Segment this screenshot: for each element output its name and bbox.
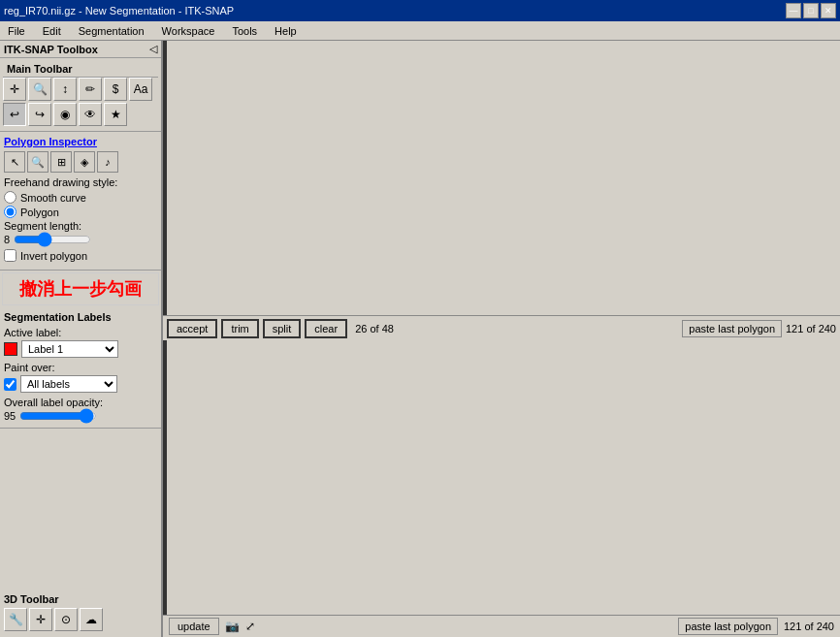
tool-label[interactable]: $	[104, 78, 127, 101]
pi-grid-btn[interactable]: ⊞	[50, 151, 72, 173]
right-controls: paste last polygon 121 of 240	[682, 320, 836, 337]
toolbar-3d-row: 🔧 ✛ ⊙ ☁	[4, 608, 157, 631]
paint-over-row: All labels	[4, 375, 157, 393]
trim-button[interactable]: trim	[221, 319, 258, 338]
tool-star[interactable]: ★	[104, 103, 127, 126]
tool-pan[interactable]: ↕	[53, 78, 77, 101]
camera-icon[interactable]: 📷	[225, 620, 240, 633]
pi-toolbar: ↖ 🔍 ⊞ ◈ ♪	[4, 151, 157, 173]
polygon-option[interactable]: Polygon	[4, 206, 157, 218]
segment-length-val: 8	[4, 234, 10, 245]
paint-over-select[interactable]: All labels	[20, 375, 117, 393]
invert-polygon-row: Invert polygon	[4, 249, 157, 262]
close-button[interactable]: ✕	[821, 3, 836, 18]
minimize-button[interactable]: —	[786, 3, 801, 18]
paint-over-checkbox[interactable]	[4, 378, 16, 391]
segment-length-slider[interactable]	[14, 235, 91, 244]
tool-eye[interactable]: 👁	[79, 103, 102, 126]
tool-3d-2[interactable]: ✛	[29, 608, 52, 631]
paint-over-text: Paint over:	[4, 362, 157, 373]
smooth-curve-option[interactable]: Smooth curve	[4, 191, 157, 204]
opacity-text: Overall label opacity:	[4, 397, 157, 408]
toolbox-title: ITK-SNAP Toolbox	[4, 44, 98, 55]
pi-cursor-btn[interactable]: ↖	[4, 151, 25, 173]
left-panel: ITK-SNAP Toolbox ◁ Main Toolbar ✛ 🔍 ↕ ✏ …	[0, 41, 163, 637]
tool-undo[interactable]: ↩	[3, 103, 26, 126]
label-color-box	[4, 342, 17, 356]
tool-crosshair[interactable]: ✛	[3, 78, 26, 101]
clear-button[interactable]: clear	[305, 319, 347, 338]
viewport-wrapper: R L 10 cm reg_IR70 ⚙	[163, 41, 840, 615]
polygon-radio[interactable]	[4, 206, 16, 218]
toolbar-row-1: ✛ 🔍 ↕ ✏ $ Aa	[3, 78, 158, 101]
viewport-bottom-right[interactable]: R S L I 10 cm reg_IR70 ⚙	[165, 340, 167, 615]
slider-container: 8	[4, 234, 157, 245]
expand-icon[interactable]: ⤢	[245, 620, 255, 633]
menu-help[interactable]: Help	[271, 24, 301, 38]
invert-polygon-label: Invert polygon	[20, 250, 87, 262]
bottom-slice-info: 121 of 240	[784, 621, 834, 632]
seg-labels-section: Segmentation Labels Active label: Label …	[0, 307, 161, 429]
tool-text[interactable]: Aa	[129, 78, 152, 101]
slice-info-left: 26 of 48	[355, 323, 394, 334]
pi-zoom-btn[interactable]: 🔍	[27, 151, 48, 173]
invert-polygon-checkbox[interactable]	[4, 249, 16, 262]
bottom-row: update 📷 ⤢ paste last polygon 121 of 240	[163, 615, 840, 637]
menu-bar: File Edit Segmentation Workspace Tools H…	[0, 21, 840, 41]
window-controls: — □ ✕	[786, 3, 836, 18]
accept-button[interactable]: accept	[167, 319, 217, 338]
tool-3d-3[interactable]: ⊙	[54, 608, 78, 631]
toolbar-row-2: ↩ ↪ ◉ 👁 ★	[3, 103, 158, 126]
menu-edit[interactable]: Edit	[39, 24, 65, 38]
tool-zoom[interactable]: 🔍	[28, 78, 51, 101]
segment-length-label: Segment length:	[4, 220, 157, 232]
paste-last-polygon-button[interactable]: paste last polygon	[682, 320, 782, 337]
bottom-paste-last-polygon[interactable]: paste last polygon	[678, 618, 778, 635]
pi-snap-btn[interactable]: ◈	[74, 151, 95, 173]
toolbar-3d-title: 3D Toolbar	[4, 593, 157, 605]
main-toolbar: Main Toolbar ✛ 🔍 ↕ ✏ $ Aa ↩ ↪ ◉ 👁 ★	[0, 58, 161, 132]
title-bar: reg_IR70.nii.gz - New Segmentation - ITK…	[0, 0, 840, 21]
main-toolbar-label: Main Toolbar	[3, 61, 158, 78]
smooth-curve-radio[interactable]	[4, 191, 16, 204]
tool-3d[interactable]: ◉	[53, 103, 77, 126]
slice-info-right: 121 of 240	[786, 323, 836, 334]
tool-3d-1[interactable]: 🔧	[4, 608, 27, 631]
opacity-slider[interactable]	[19, 411, 97, 421]
freehand-label: Freehand drawing style:	[4, 176, 157, 188]
undo-overlay-text: 撤消上一步勾画	[2, 272, 159, 305]
menu-file[interactable]: File	[4, 24, 29, 38]
opacity-val: 95	[4, 410, 16, 422]
app-title: reg_IR70.nii.gz - New Segmentation - ITK…	[4, 5, 234, 16]
polygon-inspector: Polygon Inspector ↖ 🔍 ⊞ ◈ ♪ Freehand dra…	[0, 132, 161, 271]
label-row: Label 1	[4, 340, 157, 358]
tool-3d-4[interactable]: ☁	[80, 608, 103, 631]
main-layout: ITK-SNAP Toolbox ◁ Main Toolbar ✛ 🔍 ↕ ✏ …	[0, 41, 840, 637]
right-content: R L 10 cm reg_IR70 ⚙	[163, 41, 840, 637]
maximize-button[interactable]: □	[803, 3, 819, 18]
update-button[interactable]: update	[169, 618, 219, 635]
active-label-text: Active label:	[4, 327, 157, 338]
polygon-inspector-title: Polygon Inspector	[4, 136, 157, 147]
tool-paint[interactable]: ✏	[79, 78, 102, 101]
viewport-top-right[interactable]: A S P I 10 cm reg_IR70 ⚙	[165, 41, 167, 315]
tool-redo[interactable]: ↪	[28, 103, 51, 126]
menu-segmentation[interactable]: Segmentation	[75, 24, 148, 38]
left-controls: accept trim split clear 26 of 48	[167, 319, 678, 338]
split-button[interactable]: split	[263, 319, 302, 338]
opacity-row: 95	[4, 410, 157, 422]
pi-music-btn[interactable]: ♪	[97, 151, 118, 173]
polygon-label: Polygon	[20, 207, 59, 218]
bottom-paste-btn[interactable]: paste last polygon	[678, 618, 778, 635]
smooth-curve-label: Smooth curve	[20, 192, 86, 204]
toolbox-collapse-icon[interactable]: ◁	[149, 43, 157, 55]
menu-workspace[interactable]: Workspace	[158, 24, 219, 38]
seg-labels-title: Segmentation Labels	[4, 311, 157, 323]
toolbar-3d: 3D Toolbar 🔧 ✛ ⊙ ☁	[0, 589, 161, 637]
menu-tools[interactable]: Tools	[228, 24, 261, 38]
label-select[interactable]: Label 1	[21, 340, 118, 358]
main-controls-row: accept trim split clear 26 of 48 paste l…	[163, 315, 840, 340]
